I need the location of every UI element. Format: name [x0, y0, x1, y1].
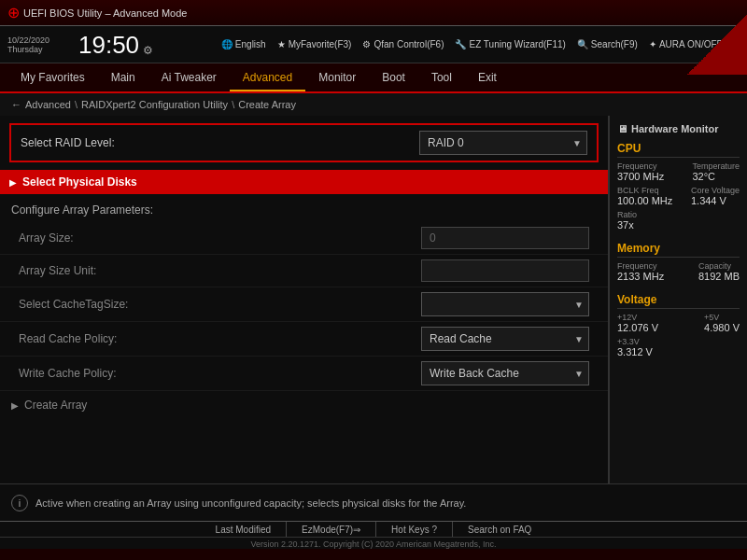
- create-array-row[interactable]: ▶ Create Array: [0, 391, 608, 419]
- search-util[interactable]: 🔍 Search(F9): [577, 39, 638, 49]
- nav-boot[interactable]: Boot: [369, 65, 418, 90]
- settings-icon[interactable]: ⚙: [143, 44, 153, 57]
- v33-label: +3.3V: [617, 337, 740, 346]
- time-display-group: 19:50 ⚙: [78, 33, 153, 57]
- monitor-icon: 🖥: [617, 123, 627, 134]
- physical-disks-expand-icon: ▶: [9, 177, 17, 188]
- write-cache-select[interactable]: Write Back Cache Write Through Cache No …: [421, 361, 589, 385]
- array-size-label: Array Size:: [19, 231, 421, 245]
- memory-frequency-label: Frequency: [617, 261, 664, 271]
- v12-label: +12V: [617, 313, 658, 322]
- cpu-bclk-voltage-row: BCLK Freq 100.00 MHz Core Voltage 1.344 …: [617, 186, 740, 206]
- nav-my-favorites[interactable]: My Favorites: [7, 65, 98, 90]
- configure-header-text: Configure Array Parameters:: [11, 203, 153, 217]
- day-text: Thursday: [7, 45, 63, 54]
- select-physical-disks-row[interactable]: ▶ Select Physical Disks: [0, 170, 608, 194]
- date-text: 10/22/2020: [7, 35, 63, 45]
- bclk-label: BCLK Freq: [617, 186, 672, 195]
- create-array-expand-icon: ▶: [11, 400, 19, 411]
- cpu-section: CPU Frequency 3700 MHz Temperature 32°C …: [617, 142, 740, 231]
- nav-menu: My Favorites Main Ai Tweaker Advanced Mo…: [0, 63, 747, 93]
- read-cache-select[interactable]: Read Cache No Read Cache: [421, 327, 589, 351]
- configure-header: Configure Array Parameters:: [0, 198, 608, 222]
- v5-value: 4.980 V: [704, 322, 740, 333]
- language-selector[interactable]: 🌐 English: [221, 39, 266, 49]
- create-array-label: Create Array: [24, 399, 87, 412]
- copyright-text: Version 2.20.1271. Copyright (C) 2020 Am…: [0, 538, 747, 549]
- language-label: English: [235, 39, 266, 49]
- cpu-frequency-value: 3700 MHz: [617, 171, 664, 182]
- nav-tool[interactable]: Tool: [418, 65, 465, 90]
- raid-level-select[interactable]: RAID 0 RAID 1 RAID 5 RAID 10: [419, 131, 587, 155]
- tuning-icon: 🔧: [455, 39, 466, 49]
- breadcrumb: ← Advanced \ RAIDXpert2 Configuration Ut…: [0, 93, 747, 116]
- memory-capacity-group: Capacity 8192 MB: [698, 261, 740, 282]
- ez-tuning-util[interactable]: 🔧 EZ Tuning Wizard(F11): [455, 39, 565, 49]
- title-bar: ⊕ UEFI BIOS Utility – Advanced Mode: [0, 0, 747, 26]
- nav-main[interactable]: Main: [98, 65, 148, 90]
- search-label: Search(F9): [591, 39, 638, 49]
- read-cache-row: Read Cache Policy: Read Cache No Read Ca…: [0, 322, 608, 357]
- utility-bar: 🌐 English ★ MyFavorite(F3) ⚙ Qfan Contro…: [221, 39, 740, 49]
- hardware-monitor-panel: 🖥 Hardware Monitor CPU Frequency 3700 MH…: [609, 116, 747, 483]
- footer-last-modified[interactable]: Last Modified: [201, 522, 287, 537]
- bottom-bar: Last Modified EzMode(F7)⇒ Hot Keys ? Sea…: [0, 521, 747, 549]
- memory-frequency-group: Frequency 2133 MHz: [617, 261, 664, 282]
- footer-items: Last Modified EzMode(F7)⇒ Hot Keys ? Sea…: [0, 522, 747, 538]
- hw-monitor-label: Hardware Monitor: [631, 123, 719, 134]
- bclk-value: 100.00 MHz: [617, 195, 672, 206]
- read-cache-select-wrapper: Read Cache No Read Cache ▼: [421, 327, 589, 351]
- nav-exit[interactable]: Exit: [465, 65, 510, 90]
- breadcrumb-part2: RAIDXpert2 Configuration Utility: [81, 99, 228, 110]
- ratio-value: 37x: [617, 219, 740, 231]
- write-cache-select-wrapper: Write Back Cache Write Through Cache No …: [421, 361, 589, 385]
- memory-section-title: Memory: [617, 242, 740, 258]
- array-size-row: Array Size:: [0, 222, 608, 255]
- raid-level-row: Select RAID Level: RAID 0 RAID 1 RAID 5 …: [9, 123, 599, 162]
- footer-search-faq[interactable]: Search on FAQ: [453, 522, 546, 537]
- footer-hot-keys[interactable]: Hot Keys ?: [376, 522, 453, 537]
- v12-v5-row: +12V 12.076 V +5V 4.980 V: [617, 313, 740, 333]
- memory-capacity-value: 8192 MB: [698, 271, 740, 282]
- memory-section: Memory Frequency 2133 MHz Capacity 8192 …: [617, 242, 740, 282]
- voltage-section-title: Voltage: [617, 293, 740, 309]
- date-display: 10/22/2020 Thursday: [7, 35, 63, 54]
- info-text: Active when creating an Array using unco…: [35, 497, 466, 509]
- hw-monitor-title: 🖥 Hardware Monitor: [617, 123, 740, 134]
- voltage-section: Voltage +12V 12.076 V +5V 4.980 V +3.3V …: [617, 293, 740, 357]
- v12-group: +12V 12.076 V: [617, 313, 658, 333]
- cache-tag-select[interactable]: [421, 292, 589, 316]
- qfan-control-util[interactable]: ⚙ Qfan Control(F6): [362, 39, 444, 49]
- breadcrumb-sep2: \: [232, 99, 234, 110]
- memory-frequency-value: 2133 MHz: [617, 271, 664, 282]
- aura-util[interactable]: ✦ AURA ON/OFF(F4): [649, 39, 740, 49]
- v33-group: +3.3V 3.312 V: [617, 337, 740, 357]
- array-size-unit-row: Array Size Unit:: [0, 255, 608, 287]
- rog-icon: ⊕: [7, 4, 20, 21]
- core-voltage-label: Core Voltage: [691, 186, 740, 195]
- nav-monitor[interactable]: Monitor: [305, 65, 369, 90]
- cpu-temperature-value: 32°C: [692, 171, 740, 182]
- cpu-ratio-group: Ratio 37x: [617, 210, 740, 231]
- bclk-group: BCLK Freq 100.00 MHz: [617, 186, 672, 206]
- array-size-unit-input[interactable]: [421, 259, 589, 282]
- core-voltage-group: Core Voltage 1.344 V: [691, 186, 740, 206]
- search-icon: 🔍: [577, 39, 588, 49]
- array-size-unit-label: Array Size Unit:: [19, 264, 421, 277]
- nav-ai-tweaker[interactable]: Ai Tweaker: [148, 65, 230, 90]
- qfan-label: Qfan Control(F6): [374, 39, 444, 49]
- raid-level-label: Select RAID Level:: [21, 136, 419, 149]
- cache-tag-select-wrapper: ▼: [421, 292, 589, 316]
- footer-ezmode[interactable]: EzMode(F7)⇒: [287, 522, 376, 537]
- array-size-input[interactable]: [421, 227, 589, 249]
- aura-label: AURA ON/OFF(F4): [659, 39, 740, 49]
- info-icon: i: [11, 495, 28, 511]
- favorites-label: MyFavorite(F3): [289, 39, 352, 49]
- my-favorites-util[interactable]: ★ MyFavorite(F3): [277, 39, 352, 49]
- write-cache-row: Write Cache Policy: Write Back Cache Wri…: [0, 357, 608, 391]
- v5-group: +5V 4.980 V: [704, 313, 740, 333]
- cpu-freq-temp-row: Frequency 3700 MHz Temperature 32°C: [617, 161, 740, 182]
- nav-advanced[interactable]: Advanced: [230, 65, 305, 91]
- cpu-frequency-label: Frequency: [617, 161, 664, 171]
- breadcrumb-back-arrow[interactable]: ←: [11, 99, 21, 110]
